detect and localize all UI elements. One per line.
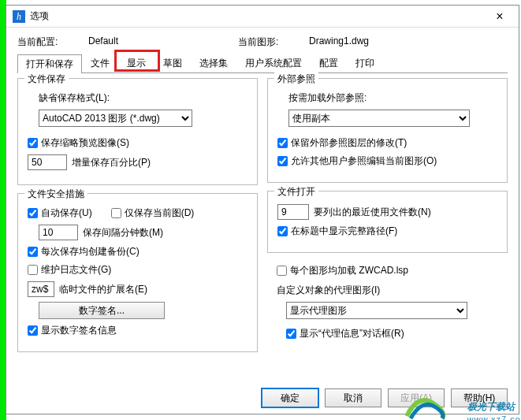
group-file-open: 文件打开 要列出的最近使用文件数(N) 在标题中显示完整路径(F): [267, 191, 508, 253]
tab-display[interactable]: 显示: [118, 54, 154, 72]
recent-count-label: 要列出的最近使用文件数(N): [314, 206, 431, 219]
default-format-label: 缺省保存格式(L):: [39, 91, 110, 105]
tab-open-save[interactable]: 打开和保存: [17, 54, 82, 73]
group-title-file-save: 文件保存: [24, 72, 69, 86]
tab-draft[interactable]: 草图: [154, 54, 191, 72]
increment-pct-label: 增量保存百分比(P): [72, 156, 151, 169]
apply-button[interactable]: 应用(A): [388, 388, 445, 407]
show-sig-checkbox[interactable]: 显示数字签名信息: [28, 324, 117, 337]
current-drawing-label: 当前图形:: [238, 35, 309, 49]
autosave-checkbox[interactable]: 自动保存(U): [28, 206, 92, 220]
thumbnail-checkbox[interactable]: 保存缩略预览图像(S): [28, 136, 129, 150]
header-row: 当前配置: Default 当前图形: Drawing1.dwg: [17, 34, 508, 54]
ok-button[interactable]: 确定: [262, 388, 318, 407]
close-button[interactable]: ×: [484, 9, 515, 24]
show-proxy-info-checkbox[interactable]: 显示“代理信息”对话框(R): [286, 327, 404, 340]
current-drawing-value: Drawing1.dwg: [309, 35, 459, 49]
demand-load-label: 按需加载外部参照:: [288, 91, 367, 105]
help-button[interactable]: 帮助(H): [451, 388, 508, 407]
fullpath-checkbox[interactable]: 在标题中显示完整路径(F): [277, 225, 397, 238]
only-current-checkbox[interactable]: 仅保存当前图(D): [111, 206, 195, 220]
group-title-file-open: 文件打开: [274, 185, 318, 199]
tab-bar: 打开和保存 文件 显示 草图 选择集 用户系统配置 配置 打印: [17, 54, 508, 73]
demand-load-select[interactable]: 使用副本: [288, 110, 470, 127]
app-icon: h: [13, 10, 25, 23]
group-file-save: 文件保存 缺省保存格式(L): AutoCAD 2013 图形 (*.dwg) …: [17, 78, 258, 185]
log-checkbox[interactable]: 维护日志文件(G): [28, 263, 111, 277]
tab-user-sys[interactable]: 用户系统配置: [236, 54, 311, 72]
cancel-button[interactable]: 取消: [325, 388, 381, 407]
dialog-footer: 确定 取消 应用(A) 帮助(H): [262, 388, 508, 407]
allow-edit-checkbox[interactable]: 允许其他用户参照编辑当前图形(O): [277, 154, 437, 168]
current-config-value: Default: [88, 35, 238, 49]
tab-print[interactable]: 打印: [347, 54, 383, 72]
digital-signature-button[interactable]: 数字签名...: [39, 302, 165, 319]
retain-layers-checkbox[interactable]: 保留外部参照图层的修改(T): [277, 136, 407, 150]
ext-label: 临时文件的扩展名(E): [59, 283, 147, 296]
group-title-safety: 文件安全措施: [24, 188, 87, 201]
proxy-custom-select[interactable]: 显示代理图形: [286, 302, 467, 319]
backup-checkbox[interactable]: 每次保存均创建备份(C): [28, 245, 140, 258]
group-title-xref: 外部参照: [274, 72, 318, 86]
default-format-select[interactable]: AutoCAD 2013 图形 (*.dwg): [39, 110, 192, 127]
proxy-custom-label: 自定义对象的代理图形(I): [277, 284, 380, 297]
titlebar: h 选项 ×: [6, 6, 519, 28]
tab-selection[interactable]: 选择集: [191, 54, 236, 72]
group-safety: 文件安全措施 自动保存(U) 仅保存当前图(D) 保存间隔分钟数(M) 每次保存…: [17, 193, 258, 352]
ext-input[interactable]: [28, 281, 54, 297]
window-title: 选项: [30, 9, 484, 23]
group-xref: 外部参照 按需加载外部参照: 使用副本 保留外部参照图层的修改(T) 允许其他用…: [267, 78, 508, 183]
options-dialog: h 选项 × 当前配置: Default 当前图形: Drawing1.dwg …: [6, 5, 519, 414]
increment-pct-input[interactable]: [28, 154, 67, 170]
interval-label: 保存间隔分钟数(M): [83, 226, 163, 240]
interval-input[interactable]: [39, 225, 78, 240]
tab-config[interactable]: 配置: [311, 54, 347, 72]
current-config-label: 当前配置:: [17, 35, 88, 49]
each-load-lsp-checkbox[interactable]: 每个图形均加载 ZWCAD.lsp: [277, 264, 408, 277]
recent-count-input[interactable]: [277, 204, 309, 220]
tab-file[interactable]: 文件: [82, 54, 118, 72]
